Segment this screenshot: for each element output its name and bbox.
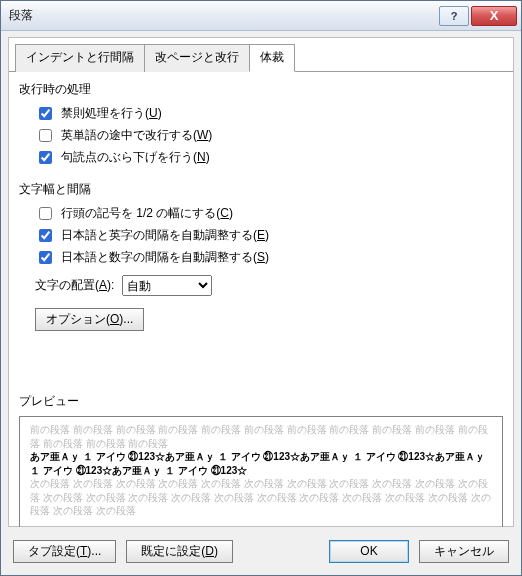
char-align-select[interactable]: 自動	[122, 275, 212, 296]
help-icon: ?	[451, 10, 458, 22]
hanging-label[interactable]: 句読点のぶら下げを行う(N)	[61, 149, 210, 166]
tab-pagebreak[interactable]: 改ページと改行	[144, 44, 250, 72]
kinsoku-checkbox[interactable]	[39, 107, 52, 120]
jp-num-spacing-label[interactable]: 日本語と数字の間隔を自動調整する(S)	[61, 249, 269, 266]
wordbreak-label[interactable]: 英単語の途中で改行する(W)	[61, 127, 212, 144]
char-align-row: 文字の配置(A): 自動	[35, 275, 505, 296]
jp-en-spacing-row: 日本語と英字の間隔を自動調整する(E)	[35, 226, 505, 245]
kinsoku-row: 禁則処理を行う(U)	[35, 104, 505, 123]
tab-indent[interactable]: インデントと行間隔	[15, 44, 145, 72]
preview-prev-para: 前の段落 前の段落 前の段落 前の段落 前の段落 前の段落 前の段落 前の段落 …	[30, 423, 492, 450]
wordbreak-checkbox[interactable]	[39, 129, 52, 142]
halfwidth-row: 行頭の記号を 1/2 の幅にする(C)	[35, 204, 505, 223]
hanging-row: 句読点のぶら下げを行う(N)	[35, 148, 505, 167]
hanging-checkbox[interactable]	[39, 151, 52, 164]
cancel-button[interactable]: キャンセル	[419, 540, 509, 563]
spacing-group-label: 文字幅と間隔	[19, 181, 505, 198]
preview-group: プレビュー 前の段落 前の段落 前の段落 前の段落 前の段落 前の段落 前の段落…	[17, 393, 505, 536]
kinsoku-label[interactable]: 禁則処理を行う(U)	[61, 105, 162, 122]
preview-box: 前の段落 前の段落 前の段落 前の段落 前の段落 前の段落 前の段落 前の段落 …	[19, 416, 503, 536]
preview-label: プレビュー	[19, 393, 505, 410]
titlebar-buttons: ? X	[439, 6, 517, 26]
paragraph-dialog: 段落 ? X インデントと行間隔 改ページと改行 体裁 改行時の処理 禁則処理を…	[0, 0, 522, 576]
tabs-button[interactable]: タブ設定(T)...	[13, 540, 116, 563]
client-area: インデントと行間隔 改ページと改行 体裁 改行時の処理 禁則処理を行う(U) 英…	[8, 37, 514, 527]
linebreak-group-label: 改行時の処理	[19, 81, 505, 98]
ok-button[interactable]: OK	[329, 540, 409, 563]
window-title: 段落	[9, 7, 439, 24]
titlebar: 段落 ? X	[1, 1, 521, 31]
close-icon: X	[490, 8, 499, 23]
jp-num-spacing-checkbox[interactable]	[39, 251, 52, 264]
jp-en-spacing-checkbox[interactable]	[39, 229, 52, 242]
set-default-button[interactable]: 既定に設定(D)	[126, 540, 233, 563]
tab-style[interactable]: 体裁	[249, 44, 295, 72]
options-button[interactable]: オプション(O)...	[35, 308, 144, 331]
help-button[interactable]: ?	[439, 6, 469, 26]
tab-strip: インデントと行間隔 改ページと改行 体裁	[9, 37, 513, 72]
halfwidth-label[interactable]: 行頭の記号を 1/2 の幅にする(C)	[61, 205, 233, 222]
dialog-footer: タブ設定(T)... 既定に設定(D) OK キャンセル	[1, 527, 521, 575]
jp-num-spacing-row: 日本語と数字の間隔を自動調整する(S)	[35, 248, 505, 267]
preview-next-para: 次の段落 次の段落 次の段落 次の段落 次の段落 次の段落 次の段落 次の段落 …	[30, 477, 492, 518]
halfwidth-checkbox[interactable]	[39, 207, 52, 220]
close-button[interactable]: X	[471, 6, 517, 26]
jp-en-spacing-label[interactable]: 日本語と英字の間隔を自動調整する(E)	[61, 227, 269, 244]
wordbreak-row: 英単語の途中で改行する(W)	[35, 126, 505, 145]
char-align-label: 文字の配置(A):	[35, 277, 114, 294]
preview-sample: あア亜Ａｙ １ アイウ ㉑123☆あア亜Ａｙ １ アイウ ㉑123☆あア亜Ａｙ …	[30, 450, 492, 477]
